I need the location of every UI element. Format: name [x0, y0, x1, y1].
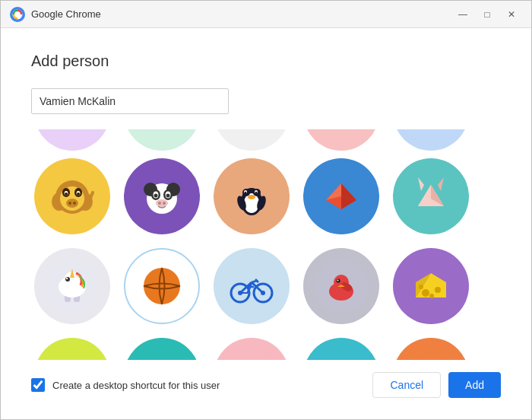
avatar-partial-1 [34, 129, 110, 151]
avatar-basketball[interactable] [124, 248, 200, 324]
svg-point-39 [248, 195, 255, 199]
svg-point-95 [135, 349, 188, 360]
bicycle-icon [225, 259, 278, 313]
window-title: Google Chrome [31, 8, 452, 20]
close-button[interactable]: ✕ [501, 7, 522, 22]
avatar-grid [31, 151, 501, 360]
checkbox-row: Create a desktop shortcut for this user [31, 378, 372, 392]
svg-point-115 [404, 349, 458, 360]
svg-point-109 [315, 349, 368, 360]
penguin-icon [225, 170, 278, 223]
add-button[interactable]: Add [448, 372, 501, 398]
avatar-butterfly[interactable] [303, 158, 379, 234]
avatar-partial-2 [124, 129, 200, 151]
svg-point-14 [66, 199, 78, 208]
svg-point-13 [77, 192, 80, 196]
desktop-shortcut-checkbox[interactable] [31, 378, 45, 392]
teal-obj-icon [135, 349, 188, 360]
partial-top-row [31, 129, 501, 151]
svg-point-16 [73, 202, 76, 205]
svg-point-29 [163, 202, 166, 205]
dialog-content: Add person [1, 28, 531, 419]
avatar-teal[interactable] [124, 338, 200, 360]
desktop-shortcut-label: Create a desktop shortcut for this user [52, 380, 220, 391]
svg-point-12 [65, 192, 68, 196]
svg-point-25 [154, 194, 158, 198]
avatar-glasses[interactable] [214, 338, 290, 360]
svg-point-27 [156, 199, 168, 207]
svg-point-86 [422, 289, 429, 297]
svg-point-15 [68, 202, 71, 205]
svg-point-28 [158, 202, 161, 205]
svg-point-88 [429, 294, 434, 298]
svg-point-37 [245, 192, 246, 193]
avatar-unicorn[interactable] [34, 248, 110, 324]
svg-point-61 [66, 278, 68, 279]
action-buttons: Cancel Add [372, 372, 501, 398]
avatar-bird[interactable] [303, 248, 379, 324]
minimize-button[interactable]: — [452, 7, 473, 22]
avatar-partial-4 [303, 129, 379, 151]
unicorn-icon [46, 259, 99, 313]
bird-icon [315, 259, 368, 313]
svg-point-103 [225, 349, 278, 360]
monkey-icon [46, 170, 99, 223]
avatar-monkey[interactable] [34, 158, 110, 234]
svg-point-63 [144, 268, 180, 304]
svg-point-26 [166, 194, 170, 198]
svg-point-89 [419, 285, 423, 289]
panda-icon [135, 170, 188, 223]
avatar-medkit[interactable] [34, 338, 110, 360]
avatar-rabbit[interactable] [393, 158, 469, 234]
medkit-icon [46, 349, 99, 360]
avatar-lock[interactable] [393, 338, 469, 360]
avatar-bicycle[interactable] [214, 248, 290, 324]
cancel-button[interactable]: Cancel [372, 372, 441, 398]
svg-point-90 [46, 349, 99, 360]
svg-point-2 [14, 11, 21, 18]
glasses-icon [225, 349, 278, 360]
svg-point-38 [255, 192, 257, 193]
avatar-sushi[interactable] [303, 338, 379, 360]
avatar-scroll-area [31, 129, 501, 360]
rabbit-icon [404, 170, 458, 223]
name-input[interactable] [31, 88, 229, 114]
page-title: Add person [31, 52, 501, 70]
svg-point-60 [65, 277, 70, 282]
avatar-panda[interactable] [124, 158, 200, 234]
maximize-button[interactable]: □ [477, 7, 498, 22]
avatar-penguin[interactable] [214, 158, 290, 234]
butterfly-icon [315, 170, 368, 223]
main-window: Google Chrome — □ ✕ Add person [0, 0, 532, 420]
svg-point-87 [435, 287, 441, 293]
avatar-cheese[interactable] [393, 248, 469, 324]
dialog-footer: Create a desktop shortcut for this user … [31, 360, 501, 404]
sushi-icon [315, 349, 368, 360]
avatar-partial-3 [214, 129, 290, 151]
chrome-icon [10, 7, 25, 22]
avatar-partial-5 [393, 129, 469, 151]
title-bar: Google Chrome — □ ✕ [1, 1, 531, 28]
basketball-icon [135, 259, 188, 313]
cheese-icon [404, 259, 458, 313]
lock-icon [404, 349, 458, 360]
avatar-grid-wrapper[interactable] [31, 129, 501, 360]
svg-point-81 [337, 280, 339, 282]
window-controls: — □ ✕ [452, 7, 522, 22]
